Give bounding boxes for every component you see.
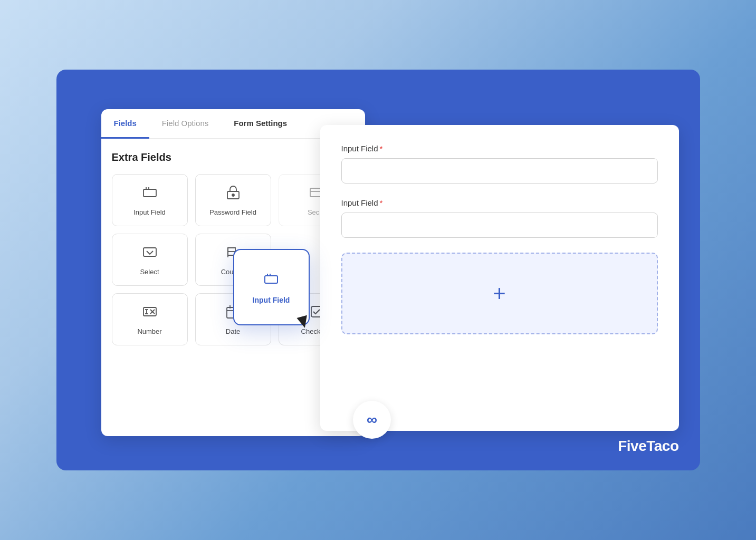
field-item-input-label: Input Field	[133, 208, 166, 216]
svg-rect-0	[143, 189, 156, 197]
form-field-1: Input Field*	[341, 144, 658, 184]
svg-rect-21	[265, 276, 277, 283]
required-star-2: *	[380, 198, 383, 207]
dragged-card[interactable]: Input Field	[233, 249, 310, 325]
extra-fields-title: Extra Fields	[112, 151, 355, 163]
password-field-icon	[225, 184, 242, 203]
form-input-2[interactable]	[341, 213, 658, 238]
form-panel: Input Field* Input Field* +	[320, 125, 679, 431]
field-item-select-label: Select	[140, 268, 159, 276]
number-field-icon	[141, 303, 158, 322]
field-item-input[interactable]: Input Field	[112, 174, 188, 226]
svg-point-4	[232, 194, 234, 196]
form-input-1[interactable]	[341, 158, 658, 184]
tab-fields[interactable]: Fields	[101, 109, 149, 139]
infinity-symbol: ∞	[367, 411, 377, 428]
infinity-badge: ∞	[353, 401, 391, 439]
field-item-number-label: Number	[137, 327, 161, 335]
select-field-icon	[141, 244, 158, 263]
field-item-number[interactable]: Number	[112, 293, 188, 345]
form-field-2-label: Input Field*	[341, 198, 658, 207]
field-item-date-label: Date	[226, 327, 240, 335]
tab-form-settings[interactable]: Form Settings	[221, 109, 300, 139]
dragged-card-label: Input Field	[253, 296, 290, 304]
required-star-1: *	[380, 144, 383, 153]
field-item-select[interactable]: Select	[112, 234, 188, 286]
form-field-2: Input Field*	[341, 198, 658, 238]
tab-field-options[interactable]: Field Options	[149, 109, 221, 139]
brand-name: FiveTaco	[618, 438, 678, 455]
svg-rect-10	[143, 307, 156, 316]
svg-rect-7	[143, 248, 156, 256]
form-field-1-label: Input Field*	[341, 144, 658, 153]
main-container: Fields Field Options Form Settings Extra…	[56, 70, 700, 470]
plus-icon: +	[493, 283, 506, 305]
field-item-password[interactable]: Password Field	[195, 174, 271, 226]
dragged-card-icon	[263, 271, 280, 290]
input-field-icon	[141, 184, 158, 203]
drop-zone[interactable]: +	[341, 253, 658, 334]
field-item-password-label: Password Field	[209, 208, 256, 216]
